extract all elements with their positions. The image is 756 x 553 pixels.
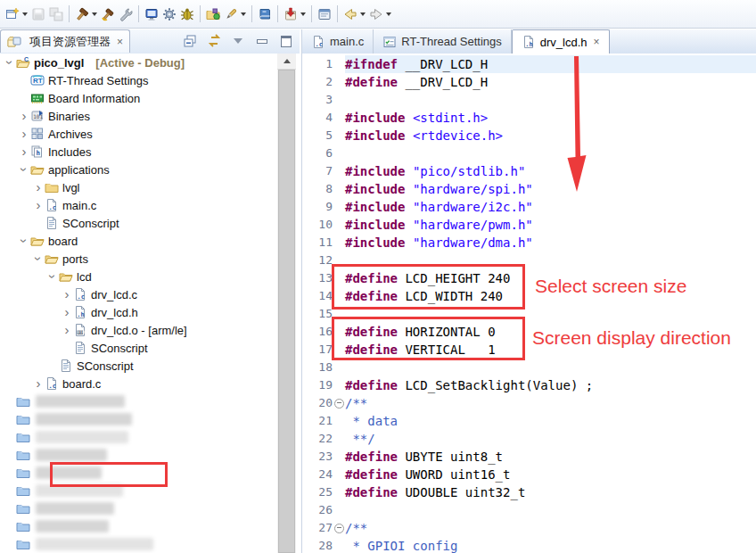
tree-item-sconscript[interactable]: SConscript (0, 339, 300, 357)
tree-item-board[interactable]: ›board (0, 232, 300, 250)
minimize-button[interactable] (254, 33, 270, 49)
code-line-28[interactable]: 28 * GPIOI config (302, 537, 756, 553)
code-line-6[interactable]: 6 (302, 144, 756, 162)
code-line-3[interactable]: 3 (302, 91, 756, 109)
code-line-21[interactable]: 21 * data (302, 412, 756, 430)
tree-item-board-information[interactable]: Board Information (0, 89, 300, 107)
console-window-button[interactable] (316, 4, 333, 25)
tree-item-pico-lvgl[interactable]: ›Cpico_lvgl[Active - Debug] (0, 54, 300, 71)
build-all-gear-button[interactable] (160, 4, 178, 25)
chevron-right-icon[interactable]: › (32, 199, 45, 211)
tree-item-censored[interactable] (0, 517, 300, 535)
code-line-7[interactable]: 7#include "pico/stdlib.h" (302, 162, 756, 180)
editor-tab-main-c[interactable]: .cmain.c (302, 29, 374, 54)
chevron-down-icon[interactable]: › (46, 270, 59, 283)
build-hammer-button[interactable] (73, 4, 99, 25)
tree-item-drv-lcd-h[interactable]: ›.hdrv_lcd.h (0, 303, 300, 321)
code-line-20[interactable]: 20/** (302, 394, 756, 412)
code-line-24[interactable]: 24#define UWORD uint16_t (302, 466, 756, 483)
code-line-26[interactable]: 26 (302, 501, 756, 519)
code-line-25[interactable]: 25#define UDOUBLE uint32_t (302, 483, 756, 501)
collapse-all-button[interactable] (182, 33, 198, 49)
tree-item-censored[interactable] (0, 392, 300, 410)
tree-item-censored[interactable] (0, 428, 300, 446)
dropdown-caret-icon[interactable] (92, 12, 97, 16)
code-line-13[interactable]: 13#define LCD_HEIGHT 240 (302, 269, 756, 287)
wrench-button[interactable] (117, 4, 135, 25)
code-line-8[interactable]: 8#include "hardware/spi.h" (302, 180, 756, 198)
chevron-right-icon[interactable]: › (18, 128, 30, 140)
tree-item-board-c[interactable]: ›.cboard.c (0, 375, 300, 392)
code-line-14[interactable]: 14#define LCD_WIDTH 240 (302, 287, 756, 305)
tree-item-censored[interactable] (0, 482, 300, 499)
run-folder-button[interactable] (204, 4, 222, 25)
tree-item-censored[interactable] (0, 464, 300, 482)
chevron-down-icon[interactable]: › (18, 163, 30, 176)
code-editor[interactable]: 1#ifndef __DRV_LCD_H2#define __DRV_LCD_H… (302, 54, 756, 553)
dropdown-caret-icon[interactable] (360, 12, 366, 16)
maximize-button[interactable] (278, 33, 294, 49)
tree-item-lvgl[interactable]: ›lvgl (0, 178, 300, 196)
code-line-17[interactable]: 17#define VERTICAL 1 (302, 341, 756, 359)
chevron-right-icon[interactable]: › (32, 181, 45, 194)
code-line-23[interactable]: 23#define UBYTE uint8_t (302, 448, 756, 466)
code-line-15[interactable]: 15 (302, 305, 756, 323)
dropdown-caret-icon[interactable] (386, 12, 391, 16)
tree-item-lcd[interactable]: ›lcd (0, 268, 300, 285)
fold-collapse-icon[interactable] (333, 394, 345, 412)
close-icon[interactable]: × (117, 37, 123, 47)
tree-item-ports[interactable]: ›ports (0, 250, 300, 268)
dropdown-caret-icon[interactable] (300, 12, 306, 16)
tree-item-sconscript[interactable]: SConscript (0, 214, 300, 232)
console-monitor-button[interactable] (143, 4, 160, 25)
tree-item-drv-lcd-c[interactable]: ›.cdrv_lcd.c (0, 285, 300, 303)
link-with-editor-button[interactable] (206, 33, 222, 49)
code-line-27[interactable]: 27/** (302, 519, 756, 537)
code-line-9[interactable]: 9#include "hardware/i2c.h" (302, 198, 756, 216)
code-line-19[interactable]: 19#define LCD_SetBacklight(Value) ; (302, 376, 756, 394)
chevron-right-icon[interactable]: › (61, 324, 73, 336)
chevron-down-icon[interactable]: › (4, 56, 16, 69)
close-icon[interactable]: × (594, 37, 600, 47)
tree-item-censored[interactable] (0, 446, 300, 464)
forward-arrow-button[interactable] (367, 4, 393, 25)
tree-item-sconscript[interactable]: SConscript (0, 357, 300, 375)
tree-item-applications[interactable]: ›applications (0, 161, 300, 178)
tree-item-main-c[interactable]: ›.cmain.c (0, 196, 300, 214)
editor-tab-drv-lcd-h[interactable]: .hdrv_lcd.h× (512, 29, 610, 54)
code-line-16[interactable]: 16#define HORIZONTAL 0 (302, 323, 756, 341)
tab-project-explorer[interactable]: 项目资源管理器 × (0, 29, 130, 53)
scrollbar-thumb[interactable] (278, 70, 295, 553)
tree-scrollbar[interactable] (277, 54, 296, 553)
chevron-down-icon[interactable]: › (32, 252, 45, 265)
tree-item-includes[interactable]: ›hIncludes (0, 143, 300, 161)
tree-item-censored[interactable] (0, 410, 300, 428)
dropdown-caret-icon[interactable] (241, 12, 246, 16)
tree-item-rt-thread-settings[interactable]: RTRT-Thread Settings (0, 71, 300, 89)
chevron-right-icon[interactable]: › (18, 145, 30, 158)
chevron-down-icon[interactable]: › (18, 235, 30, 247)
code-line-5[interactable]: 5#include <rtdevice.h> (302, 127, 756, 144)
editor-tab-rt-thread-settings[interactable]: RT-Thread Settings (374, 29, 511, 54)
code-line-1[interactable]: 1#ifndef __DRV_LCD_H (302, 55, 756, 73)
back-arrow-button[interactable] (341, 4, 367, 25)
help-book-button[interactable] (256, 4, 274, 25)
new-wizard-button[interactable] (4, 4, 29, 25)
tree-item-binaries[interactable]: ›101Binaries (0, 107, 300, 125)
tree-item-censored[interactable] (0, 499, 300, 517)
dropdown-caret-icon[interactable] (22, 12, 28, 16)
code-line-4[interactable]: 4#include <stdint.h> (302, 109, 756, 127)
tree-item-archives[interactable]: ›Archives (0, 125, 300, 143)
code-line-2[interactable]: 2#define __DRV_LCD_H (302, 73, 756, 91)
tree-item-censored[interactable] (0, 535, 300, 553)
import-package-button[interactable] (282, 4, 308, 25)
chevron-right-icon[interactable]: › (18, 110, 30, 122)
view-menu-button[interactable] (230, 33, 246, 49)
pen-button[interactable] (222, 4, 248, 25)
build-project-hammer-button[interactable] (99, 4, 117, 25)
fold-collapse-icon[interactable] (333, 519, 345, 537)
code-line-22[interactable]: 22 **/ (302, 430, 756, 448)
chevron-right-icon[interactable]: › (61, 288, 73, 301)
code-line-10[interactable]: 10#include "hardware/pwm.h" (302, 216, 756, 234)
code-line-11[interactable]: 11#include "hardware/dma.h" (302, 234, 756, 252)
